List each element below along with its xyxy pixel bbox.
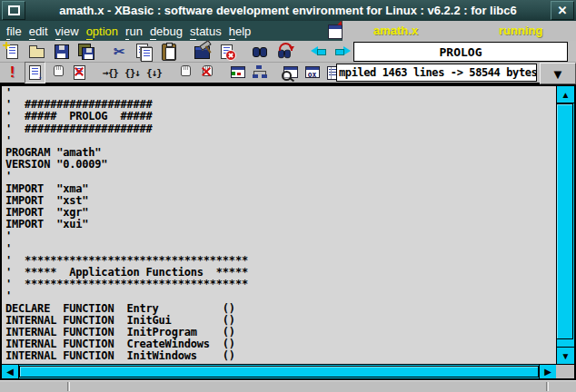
edit-window-icon[interactable] (228, 63, 247, 83)
left-arrow-icon (311, 46, 326, 56)
save-file-icon[interactable] (52, 42, 71, 62)
new-file-icon[interactable] (3, 42, 22, 62)
run-icon[interactable]: ! (3, 63, 22, 83)
status-divider (546, 382, 549, 391)
editor-frame: '' ####################' ##### PROLOG ##… (0, 84, 576, 380)
chevron-down-icon: ▼ (551, 66, 565, 82)
build-icon[interactable] (193, 42, 212, 62)
horizontal-scrollbar-thumb[interactable] (19, 366, 539, 377)
find-next-icon[interactable] (275, 42, 294, 62)
right-arrow-icon (335, 46, 351, 56)
xbasic-window: amath.x - XBasic : software development … (0, 0, 576, 392)
pause-hand-icon[interactable] (48, 63, 67, 83)
window-menu-button[interactable] (2, 1, 25, 20)
red-x-icon (201, 66, 212, 77)
main-area: '' ####################' ##### PROLOG ##… (0, 84, 576, 392)
scissors-icon: ✂ (110, 42, 129, 62)
inspect-window-icon[interactable] (281, 63, 300, 83)
close-button[interactable]: ✕ (551, 1, 574, 20)
menu-item-run[interactable]: run (125, 24, 143, 38)
step-into-icon[interactable]: →{} (101, 63, 120, 83)
mode-label: PROLOG (440, 45, 482, 59)
color-dots-icon (232, 72, 243, 77)
red-x-badge-icon (225, 50, 236, 61)
code-line: ' (5, 290, 556, 302)
menu-item-view[interactable]: view (55, 24, 79, 38)
code-line: ' (5, 171, 556, 182)
scroll-down-button[interactable]: ▼ (557, 347, 574, 364)
window-menu-icon (8, 5, 20, 15)
menu-item-help[interactable]: help (229, 24, 252, 38)
step-out-icon[interactable]: {↓} (144, 63, 164, 83)
code-line: ' *********************************** (5, 279, 556, 290)
menu-item-option[interactable]: option (86, 24, 118, 38)
save-all-icon[interactable] (76, 42, 95, 62)
scroll-up-button[interactable]: ▲ (557, 86, 574, 103)
scrollbar-corner (556, 364, 574, 378)
status-divider (67, 382, 70, 391)
mode-display: PROLOG (353, 42, 568, 62)
navigate-forward-icon[interactable] (333, 42, 353, 62)
menu-item-file[interactable]: file (6, 24, 22, 38)
scroll-to-current-icon[interactable]: ↓ (25, 62, 45, 83)
menu-item-status[interactable]: status (190, 24, 222, 38)
scroll-left-button[interactable]: ◀ (2, 365, 19, 378)
compile-status-text: mpiled 1463 lines -> 58544 bytes (339, 66, 537, 79)
vertical-scrollbar-thumb[interactable] (557, 103, 573, 339)
title-bar: amath.x - XBasic : software development … (0, 0, 576, 21)
program-name: amath.x (373, 24, 418, 37)
magnifier-icon (282, 71, 292, 81)
toolbar-main: ✂ PROLOG (0, 41, 576, 63)
menu-item-edit[interactable]: edit (29, 24, 48, 38)
up-arrow-icon: ▲ (561, 90, 571, 100)
code-line: INTERNAL FUNCTION InitWindows () (5, 350, 556, 362)
vertical-scrollbar[interactable]: ▲ ▼ (556, 86, 574, 364)
program-status-panel: amath.x running (343, 21, 576, 41)
code-area[interactable]: '' ####################' ##### PROLOG ##… (2, 86, 556, 364)
menu-item-debug[interactable]: debug (150, 24, 183, 38)
navigate-back-icon[interactable] (309, 42, 328, 62)
red-x-icon (74, 66, 84, 77)
open-file-icon[interactable] (27, 42, 46, 62)
resume-icon[interactable] (197, 63, 216, 83)
cut-icon[interactable]: ✂ (110, 42, 129, 62)
copy-icon[interactable] (134, 42, 154, 62)
dialog-box-icon[interactable]: ox (303, 63, 322, 83)
right-arrow-icon: ▶ (544, 367, 551, 377)
detach-window-icon[interactable] (328, 24, 343, 39)
call-tree-icon[interactable] (250, 63, 269, 83)
code-line: IMPORT "xui" (5, 219, 556, 230)
program-status: running (499, 24, 542, 37)
hierarchy-icon (253, 65, 266, 79)
left-arrow-icon: ◀ (6, 367, 14, 377)
find-icon[interactable] (251, 42, 270, 62)
code-line: ' (5, 243, 556, 255)
code-line: VERSION "0.0009" (5, 159, 556, 171)
floppy-icon (55, 44, 69, 59)
code-line: ' #################### (5, 123, 556, 135)
binoculars-icon (253, 47, 267, 56)
code-line: IMPORT "xma" (5, 183, 556, 195)
pause-hand-icon-2[interactable] (175, 63, 194, 83)
close-icon: ✕ (558, 4, 568, 17)
sparkle-icon (3, 42, 10, 49)
menu-bar: fileeditviewoptionrundebugstatushelp ama… (0, 21, 576, 42)
scroll-right-button[interactable]: ▶ (539, 365, 556, 378)
horizontal-scrollbar[interactable]: ◀ ▶ (2, 364, 556, 378)
status-bar (0, 380, 576, 392)
window-title: amath.x - XBasic : software development … (27, 4, 549, 17)
step-over-icon[interactable]: {}↓ (123, 63, 142, 83)
hand-icon (52, 65, 64, 79)
code-line: ' ##### PROLOG ##### (5, 111, 556, 122)
compile-status: mpiled 1463 lines -> 58544 bytes (336, 64, 537, 82)
delete-text-icon[interactable] (217, 42, 236, 62)
down-arrow-icon: ↓ (25, 63, 45, 83)
clear-marks-icon[interactable] (70, 63, 89, 83)
folder-icon (29, 48, 45, 58)
exclamation-icon: ! (3, 63, 22, 83)
paste-icon[interactable] (159, 42, 178, 62)
code-line: ' (5, 230, 556, 242)
code-line: DECLARE FUNCTION Entry () (5, 303, 556, 315)
down-arrow-icon: ▼ (561, 351, 571, 361)
dropdown-button[interactable]: ▼ (540, 63, 576, 84)
